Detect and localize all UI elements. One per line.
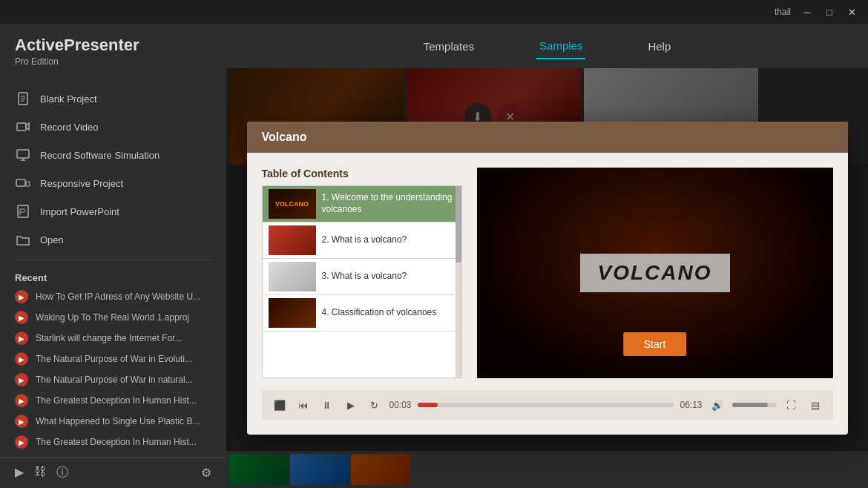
recent-item-label-2: Waking Up To The Real World 1.approj — [36, 312, 189, 323]
recent-label: Recent — [0, 266, 226, 286]
preview-panel: VOLCANO Start — [477, 168, 833, 378]
responsive-icon — [15, 175, 31, 191]
top-nav: Templates Samples Help — [226, 24, 868, 68]
recent-item-label-8: The Greatest Deception In Human Hist... — [36, 437, 197, 447]
nav-templates[interactable]: Templates — [421, 34, 477, 59]
toc-item-1[interactable]: VOLCANO 1. Welcome to the understanding … — [263, 186, 461, 222]
app-edition: Pro Edition — [15, 56, 211, 67]
recent-icon-7: ▶ — [15, 415, 28, 428]
loop-button[interactable]: ↻ — [366, 396, 384, 414]
recent-item-6[interactable]: ▶ The Greatest Deception In Human Hist..… — [0, 390, 226, 411]
sidebar-bottom-icons: ▶ ⛓ ⓘ — [15, 465, 68, 481]
sidebar-label-record-simulation: Record Software Simulation — [40, 150, 160, 161]
preview-start-button[interactable]: Start — [623, 332, 687, 356]
folder-icon — [15, 231, 31, 248]
volume-bar[interactable] — [732, 403, 777, 407]
recent-icon-6: ▶ — [15, 394, 28, 407]
youtube-icon[interactable]: ▶ — [15, 465, 24, 481]
toc-list: VOLCANO 1. Welcome to the understanding … — [262, 185, 462, 378]
recent-item-4[interactable]: ▶ The Natural Purpose of War in Evoluti.… — [0, 349, 226, 369]
recent-item-7[interactable]: ▶ What Happened to Single Use Plastic B.… — [0, 411, 226, 432]
recent-list: ▶ How To Get IP Adress of Any Website U.… — [0, 286, 226, 452]
recent-item-label-4: The Natural Purpose of War in Evoluti... — [36, 354, 192, 364]
toc-item-3[interactable]: 3. What is a volcano? — [263, 259, 461, 295]
recent-icon-1: ▶ — [15, 290, 28, 303]
volcano-modal: Volcano Table of Contents — [247, 122, 848, 435]
video-icon — [15, 119, 31, 135]
sidebar-divider — [15, 260, 211, 260]
recent-item-5[interactable]: ▶ The Natural Purpose of War in natural.… — [0, 369, 226, 390]
sidebar-label-open: Open — [40, 234, 64, 245]
modal-backdrop: Volcano Table of Contents — [226, 68, 868, 488]
recent-item-3[interactable]: ▶ Starlink will change the Internet For.… — [0, 328, 226, 349]
modal-body: Table of Contents VOLCANO 1. Welcome to … — [247, 153, 848, 435]
sidebar-item-blank-project[interactable]: Blank Project — [0, 85, 226, 113]
recent-icon-2: ▶ — [15, 311, 28, 324]
preview-volcano-title: VOLCANO — [580, 254, 730, 292]
fullscreen-button[interactable]: ⛶ — [783, 396, 800, 414]
minimize-button[interactable]: ─ — [797, 4, 818, 19]
toc-item-text-4: 4. Classification of volcanoes — [322, 307, 437, 319]
titlebar-username: thail — [775, 7, 791, 17]
pause-button[interactable]: ⏸ — [318, 396, 336, 414]
recent-item-label-6: The Greatest Deception In Human Hist... — [36, 395, 197, 406]
toc-item-4[interactable]: 4. Classification of volcanoes — [263, 295, 461, 332]
recent-icon-4: ▶ — [15, 352, 28, 366]
toc-scrollbar[interactable] — [456, 186, 461, 377]
svg-rect-1 — [17, 123, 26, 131]
sidebar-item-open[interactable]: Open — [0, 225, 226, 254]
link-icon[interactable]: ⛓ — [34, 465, 46, 481]
recent-icon-8: ▶ — [15, 435, 28, 449]
svg-rect-2 — [17, 150, 29, 158]
sidebar-bottom: ▶ ⛓ ⓘ ⚙ — [0, 457, 226, 488]
toc-thumb-3 — [269, 262, 316, 291]
sidebar: ActivePresenter Pro Edition Blank Projec… — [0, 24, 226, 488]
toc-item-text-3: 3. What is a volcano? — [322, 271, 407, 283]
titlebar-controls: ─ □ ✕ — [797, 4, 862, 19]
progress-bar[interactable] — [418, 403, 674, 407]
recent-item-2[interactable]: ▶ Waking Up To The Real World 1.approj — [0, 307, 226, 328]
close-button[interactable]: ✕ — [841, 4, 862, 19]
sidebar-label-responsive-project: Responsive Project — [40, 178, 123, 189]
sidebar-label-import-powerpoint: Import PowerPoint — [40, 206, 119, 217]
sidebar-item-responsive-project[interactable]: Responsive Project — [0, 169, 226, 197]
ppt-icon — [15, 203, 31, 220]
modal-content-row: Table of Contents VOLCANO 1. Welcome to … — [262, 168, 833, 378]
nav-samples[interactable]: Samples — [536, 33, 585, 59]
sidebar-item-record-video[interactable]: Record Video — [0, 113, 226, 141]
nav-help[interactable]: Help — [645, 34, 674, 59]
stop-button[interactable]: ⬛ — [271, 396, 289, 414]
toc-item-text-1: 1. Welcome to the understanding volcanoe… — [322, 192, 456, 215]
recent-item-label-5: The Natural Purpose of War in natural... — [36, 375, 193, 385]
toc-scrollbar-thumb — [456, 186, 461, 263]
gallery-area: ⬇ ✕ Volcano — [226, 68, 868, 488]
rewind-button[interactable]: ⏮ — [295, 396, 312, 414]
recent-item-8[interactable]: ▶ The Greatest Deception In Human Hist..… — [0, 432, 226, 452]
play-button[interactable]: ▶ — [342, 396, 360, 414]
content-area: Templates Samples Help ⬇ ✕ — [226, 24, 868, 488]
screen-icon — [15, 147, 31, 163]
toc-item-2[interactable]: 2. What is a volcano? — [263, 222, 461, 259]
modal-title: Volcano — [262, 131, 307, 143]
media-controls: ⬛ ⏮ ⏸ ▶ ↻ 00:03 06:13 🔊 — [262, 390, 833, 420]
main-layout: ActivePresenter Pro Edition Blank Projec… — [0, 24, 868, 488]
settings-icon[interactable]: ⚙ — [201, 466, 211, 480]
sidebar-item-import-powerpoint[interactable]: Import PowerPoint — [0, 197, 226, 225]
app-name: ActivePresenter — [15, 36, 211, 55]
recent-item-1[interactable]: ▶ How To Get IP Adress of Any Website U.… — [0, 286, 226, 307]
toc-thumb-1: VOLCANO — [269, 189, 316, 219]
modal-header: Volcano — [247, 122, 848, 153]
progress-fill — [418, 403, 438, 407]
volume-button[interactable]: 🔊 — [708, 396, 726, 414]
svg-rect-4 — [26, 182, 30, 186]
info-icon[interactable]: ⓘ — [56, 465, 68, 481]
svg-rect-5 — [18, 205, 28, 217]
layout-button[interactable]: ▤ — [806, 396, 824, 414]
app-title: ActivePresenter Pro Edition — [0, 36, 226, 70]
maximize-button[interactable]: □ — [819, 4, 840, 19]
toc-title: Table of Contents — [262, 168, 462, 179]
sidebar-item-record-simulation[interactable]: Record Software Simulation — [0, 141, 226, 169]
recent-item-label-1: How To Get IP Adress of Any Website U... — [36, 291, 200, 302]
sidebar-label-blank-project: Blank Project — [40, 93, 97, 105]
recent-icon-3: ▶ — [15, 332, 28, 345]
